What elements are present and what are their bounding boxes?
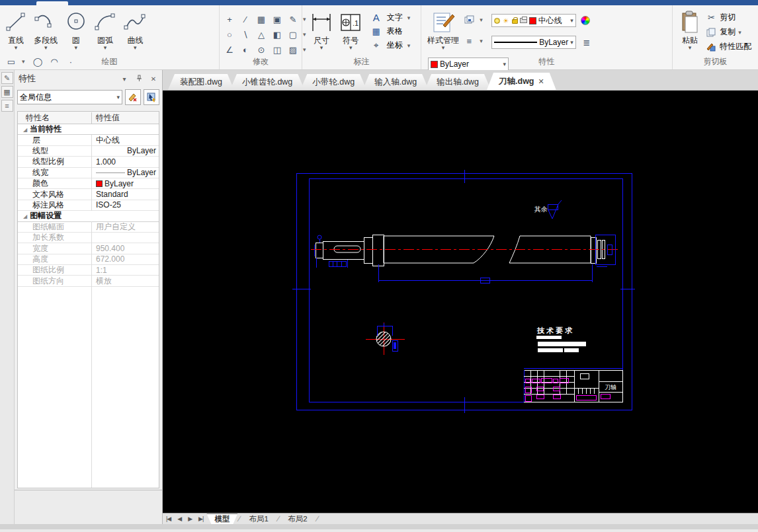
corner-join-icon[interactable]: ◧: [271, 28, 283, 40]
shaft-section-view[interactable]: [366, 323, 405, 355]
table-tool-label[interactable]: 表格: [387, 26, 403, 37]
drawing-canvas[interactable]: 其余 技 术 要 求: [163, 91, 758, 513]
chevron-down-icon[interactable]: ▾: [407, 15, 413, 21]
tech-requirements[interactable]: 技 术 要 求: [536, 326, 586, 352]
offset-icon[interactable]: ○: [224, 28, 235, 40]
view-rotate-icon[interactable]: ◫: [271, 44, 283, 56]
doc-tab[interactable]: 输入轴.dwg: [362, 74, 429, 90]
chamfer-icon[interactable]: ∠: [224, 44, 235, 56]
chevron-down-icon[interactable]: ▾: [738, 29, 743, 36]
chevron-down-icon[interactable]: ▾: [689, 45, 692, 50]
linetype-combo[interactable]: ByLayer ▾: [491, 36, 576, 49]
chevron-down-icon[interactable]: ▾: [104, 45, 107, 50]
chevron-down-icon[interactable]: ▾: [349, 45, 353, 50]
chevron-down-icon[interactable]: ▾: [570, 39, 573, 46]
chevron-down-icon[interactable]: ▾: [480, 17, 485, 23]
style-manager-button[interactable]: 样式管理 ▾: [425, 8, 461, 52]
property-value[interactable]: Standard: [92, 190, 159, 199]
property-name: 颜色: [18, 178, 92, 189]
chevron-down-icon[interactable]: ▾: [407, 42, 413, 49]
lineweight-menu-icon[interactable]: ≡: [463, 35, 475, 47]
property-value[interactable]: 1.000: [92, 157, 159, 167]
extend-icon[interactable]: ∖: [239, 28, 251, 40]
selection-filter-combo[interactable]: 全局信息 ▾: [17, 90, 122, 104]
chevron-down-icon[interactable]: ▾: [480, 38, 485, 44]
mirror-icon[interactable]: △: [255, 28, 267, 40]
drawing-frame[interactable]: [292, 170, 635, 413]
chevron-down-icon[interactable]: ▾: [320, 45, 323, 50]
quick-select-button[interactable]: [144, 89, 159, 105]
tab-layout2[interactable]: 布局2: [280, 513, 315, 524]
erase-icon[interactable]: ✎: [287, 13, 299, 25]
next-sheet-icon[interactable]: ▶: [185, 515, 195, 522]
doc-tab-active[interactable]: 刀轴.dwg ✕: [487, 73, 556, 90]
color-wheel-icon[interactable]: [581, 16, 590, 25]
property-name: 线宽: [18, 167, 92, 178]
polyline-button[interactable]: 多段线 ▾: [31, 8, 60, 52]
doc-tab[interactable]: 装配图.dwg: [168, 74, 234, 90]
symbol-button[interactable]: .1 符号 ▾: [337, 8, 364, 52]
doc-tab[interactable]: 小带轮.dwg: [300, 74, 366, 90]
rectangle-edit-icon[interactable]: ▢: [287, 28, 299, 40]
layer-combo[interactable]: ☀ 中心线 ▾: [491, 14, 576, 27]
chevron-down-icon[interactable]: ▾: [15, 45, 18, 50]
library-palette-icon[interactable]: ▦: [1, 86, 13, 98]
match-properties-label[interactable]: 特性匹配: [720, 41, 751, 52]
tab-model[interactable]: 模型: [206, 513, 237, 524]
close-icon[interactable]: ✕: [538, 77, 544, 86]
sheet-set-icon[interactable]: [463, 14, 475, 26]
property-value[interactable]: ByLayer: [92, 168, 159, 177]
title-block-entries[interactable]: [525, 378, 610, 401]
chevron-down-icon[interactable]: ▾: [74, 45, 77, 50]
close-icon[interactable]: ✕: [149, 75, 158, 83]
pin-icon[interactable]: [134, 75, 144, 83]
annotate-tool-palette-icon[interactable]: ✎: [1, 72, 13, 84]
array-icon[interactable]: ▦: [255, 13, 267, 25]
trim-icon[interactable]: ∕: [239, 13, 251, 25]
palette-menu-icon[interactable]: ▾: [120, 75, 129, 83]
coordinate-tool-label[interactable]: 坐标: [387, 40, 403, 51]
cut-label[interactable]: 剪切: [720, 12, 736, 23]
title-block[interactable]: 刀轴: [524, 368, 622, 402]
doc-tab[interactable]: 输出轴.dwg: [425, 74, 491, 90]
circle-button[interactable]: 圆 ▾: [63, 8, 89, 52]
dimension-button[interactable]: 尺寸 ▾: [308, 8, 335, 52]
line-button[interactable]: 直线 ▾: [3, 8, 29, 52]
drawing-viewport[interactable]: 其余 技 术 要 求: [163, 91, 758, 513]
column-header-value[interactable]: 特性值: [92, 112, 159, 124]
first-sheet-icon[interactable]: |◀: [163, 515, 174, 522]
property-value[interactable]: ByLayer: [92, 179, 159, 188]
clear-edit-button[interactable]: [125, 89, 141, 105]
collapse-triangle-icon[interactable]: ◢: [23, 213, 27, 219]
text-tool-icon[interactable]: A: [370, 12, 382, 24]
property-value[interactable]: ISO-25: [92, 200, 159, 209]
circle-edit-icon[interactable]: ⊙: [255, 44, 267, 56]
lineweight-stack-icon[interactable]: ≣: [581, 36, 593, 48]
move-icon[interactable]: +: [224, 13, 235, 25]
copy-label[interactable]: 复制: [720, 26, 736, 38]
property-name: 文本风格: [18, 189, 92, 200]
prev-sheet-icon[interactable]: ◀: [174, 515, 185, 522]
last-sheet-icon[interactable]: ▶|: [195, 515, 206, 522]
text-tool-label[interactable]: 文字: [387, 12, 403, 23]
grid-palette-icon[interactable]: ≡: [1, 100, 13, 112]
rotate-icon[interactable]: ◐: [239, 44, 251, 56]
arc-button[interactable]: 圆弧 ▾: [91, 8, 119, 52]
column-header-name[interactable]: 特性名: [18, 112, 92, 124]
chevron-down-icon[interactable]: ▾: [134, 45, 137, 50]
chevron-down-icon[interactable]: ▾: [44, 45, 48, 50]
shaft-front-view[interactable]: [316, 235, 605, 266]
surface-roughness-note[interactable]: 其余: [534, 200, 562, 219]
property-value[interactable]: ByLayer: [92, 146, 159, 155]
doc-tab[interactable]: 小锥齿轮.dwg: [230, 74, 304, 90]
paste-button[interactable]: 粘贴 ▾: [678, 8, 702, 52]
stretch-icon[interactable]: ▣: [271, 13, 283, 25]
spline-button[interactable]: 曲线 ▾: [121, 8, 149, 52]
svg-text:.1: .1: [353, 19, 358, 27]
property-value[interactable]: 中心线: [92, 135, 159, 146]
hatch-edit-icon[interactable]: ▨: [287, 44, 299, 56]
tab-layout1[interactable]: 布局1: [241, 513, 276, 524]
chevron-down-icon[interactable]: ▾: [442, 45, 445, 50]
collapse-triangle-icon[interactable]: ◢: [23, 127, 27, 133]
chevron-down-icon[interactable]: ▾: [570, 17, 573, 24]
